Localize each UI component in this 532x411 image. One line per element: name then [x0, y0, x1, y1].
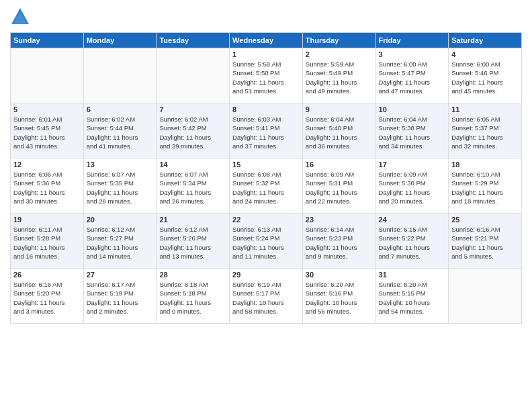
calendar-cell: 17Sunrise: 6:09 AM Sunset: 5:30 PM Dayli…	[375, 158, 449, 214]
calendar-cell: 22Sunrise: 6:13 AM Sunset: 5:24 PM Dayli…	[230, 214, 303, 269]
calendar-cell: 26Sunrise: 6:16 AM Sunset: 5:20 PM Dayli…	[11, 269, 84, 324]
day-number: 14	[159, 161, 226, 169]
day-number: 12	[13, 161, 81, 169]
calendar-cell: 19Sunrise: 6:11 AM Sunset: 5:28 PM Dayli…	[11, 214, 84, 269]
day-number: 19	[13, 216, 81, 224]
day-info: Sunrise: 6:02 AM Sunset: 5:44 PM Dayligh…	[87, 115, 154, 150]
day-number: 10	[379, 105, 446, 113]
day-number: 11	[451, 105, 519, 113]
day-info: Sunrise: 6:04 AM Sunset: 5:40 PM Dayligh…	[306, 115, 373, 150]
day-info: Sunrise: 6:08 AM Sunset: 5:32 PM Dayligh…	[232, 170, 300, 205]
day-info: Sunrise: 6:13 AM Sunset: 5:24 PM Dayligh…	[232, 225, 300, 261]
calendar-cell	[157, 48, 230, 103]
day-info: Sunrise: 6:15 AM Sunset: 5:22 PM Dayligh…	[379, 225, 446, 261]
calendar-cell	[83, 48, 157, 103]
day-number: 16	[306, 161, 373, 169]
calendar-cell: 21Sunrise: 6:12 AM Sunset: 5:26 PM Dayli…	[157, 214, 230, 269]
day-number: 9	[306, 105, 373, 113]
calendar-cell: 8Sunrise: 6:03 AM Sunset: 5:41 PM Daylig…	[230, 103, 303, 158]
header-day-sunday: Sunday	[11, 33, 84, 48]
day-info: Sunrise: 6:18 AM Sunset: 5:18 PM Dayligh…	[159, 280, 226, 316]
calendar-cell: 28Sunrise: 6:18 AM Sunset: 5:18 PM Dayli…	[157, 269, 230, 324]
day-number: 23	[306, 216, 373, 224]
day-info: Sunrise: 6:12 AM Sunset: 5:26 PM Dayligh…	[159, 225, 226, 261]
logo-icon	[10, 7, 30, 27]
calendar-cell: 23Sunrise: 6:14 AM Sunset: 5:23 PM Dayli…	[302, 214, 375, 269]
day-info: Sunrise: 6:17 AM Sunset: 5:19 PM Dayligh…	[87, 280, 154, 316]
calendar-cell: 7Sunrise: 6:02 AM Sunset: 5:42 PM Daylig…	[157, 103, 230, 158]
calendar-cell: 6Sunrise: 6:02 AM Sunset: 5:44 PM Daylig…	[83, 103, 157, 158]
header-day-friday: Friday	[375, 33, 449, 48]
calendar-cell: 13Sunrise: 6:07 AM Sunset: 5:35 PM Dayli…	[83, 158, 157, 214]
day-info: Sunrise: 6:14 AM Sunset: 5:23 PM Dayligh…	[306, 225, 373, 261]
day-info: Sunrise: 6:12 AM Sunset: 5:27 PM Dayligh…	[87, 225, 154, 261]
calendar-cell: 14Sunrise: 6:07 AM Sunset: 5:34 PM Dayli…	[157, 158, 230, 214]
day-info: Sunrise: 6:00 AM Sunset: 5:47 PM Dayligh…	[379, 60, 446, 95]
day-number: 5	[13, 105, 81, 113]
calendar-cell: 10Sunrise: 6:04 AM Sunset: 5:38 PM Dayli…	[375, 103, 449, 158]
calendar-cell: 20Sunrise: 6:12 AM Sunset: 5:27 PM Dayli…	[83, 214, 157, 269]
calendar-cell: 4Sunrise: 6:00 AM Sunset: 5:46 PM Daylig…	[449, 48, 522, 103]
header-day-thursday: Thursday	[302, 33, 375, 48]
calendar-table: SundayMondayTuesdayWednesdayThursdayFrid…	[10, 32, 522, 324]
week-row-5: 26Sunrise: 6:16 AM Sunset: 5:20 PM Dayli…	[11, 269, 522, 324]
calendar-cell	[11, 48, 84, 103]
day-info: Sunrise: 6:07 AM Sunset: 5:35 PM Dayligh…	[87, 170, 154, 205]
calendar-cell: 9Sunrise: 6:04 AM Sunset: 5:40 PM Daylig…	[302, 103, 375, 158]
calendar-cell: 5Sunrise: 6:01 AM Sunset: 5:45 PM Daylig…	[11, 103, 84, 158]
day-number: 6	[87, 105, 154, 113]
day-number: 13	[87, 161, 154, 169]
calendar-cell	[449, 269, 522, 324]
week-row-2: 5Sunrise: 6:01 AM Sunset: 5:45 PM Daylig…	[11, 103, 522, 158]
calendar-cell: 16Sunrise: 6:09 AM Sunset: 5:31 PM Dayli…	[302, 158, 375, 214]
day-number: 7	[159, 105, 226, 113]
calendar-cell: 12Sunrise: 6:06 AM Sunset: 5:36 PM Dayli…	[11, 158, 84, 214]
day-number: 31	[379, 271, 446, 279]
calendar-cell: 2Sunrise: 5:59 AM Sunset: 5:49 PM Daylig…	[302, 48, 375, 103]
calendar-cell: 29Sunrise: 6:19 AM Sunset: 5:17 PM Dayli…	[230, 269, 303, 324]
day-info: Sunrise: 6:20 AM Sunset: 5:16 PM Dayligh…	[306, 280, 373, 316]
calendar-cell: 11Sunrise: 6:05 AM Sunset: 5:37 PM Dayli…	[449, 103, 522, 158]
day-info: Sunrise: 6:07 AM Sunset: 5:34 PM Dayligh…	[159, 170, 226, 205]
day-info: Sunrise: 6:16 AM Sunset: 5:20 PM Dayligh…	[13, 280, 81, 316]
day-number: 1	[232, 50, 300, 58]
day-number: 30	[306, 271, 373, 279]
day-number: 18	[451, 161, 519, 169]
day-info: Sunrise: 6:16 AM Sunset: 5:21 PM Dayligh…	[451, 225, 519, 261]
calendar-cell: 25Sunrise: 6:16 AM Sunset: 5:21 PM Dayli…	[449, 214, 522, 269]
day-info: Sunrise: 6:10 AM Sunset: 5:29 PM Dayligh…	[451, 170, 519, 205]
calendar-cell: 27Sunrise: 6:17 AM Sunset: 5:19 PM Dayli…	[83, 269, 157, 324]
day-number: 17	[379, 161, 446, 169]
header-day-saturday: Saturday	[449, 33, 522, 48]
day-number: 28	[159, 271, 226, 279]
calendar-cell: 18Sunrise: 6:10 AM Sunset: 5:29 PM Dayli…	[449, 158, 522, 214]
calendar-cell: 30Sunrise: 6:20 AM Sunset: 5:16 PM Dayli…	[302, 269, 375, 324]
day-number: 21	[159, 216, 226, 224]
day-info: Sunrise: 5:59 AM Sunset: 5:49 PM Dayligh…	[306, 60, 373, 95]
day-info: Sunrise: 6:05 AM Sunset: 5:37 PM Dayligh…	[451, 115, 519, 150]
day-info: Sunrise: 6:02 AM Sunset: 5:42 PM Dayligh…	[159, 115, 226, 150]
week-row-4: 19Sunrise: 6:11 AM Sunset: 5:28 PM Dayli…	[11, 214, 522, 269]
week-row-3: 12Sunrise: 6:06 AM Sunset: 5:36 PM Dayli…	[11, 158, 522, 214]
day-number: 29	[232, 271, 300, 279]
day-number: 22	[232, 216, 300, 224]
week-row-1: 1Sunrise: 5:58 AM Sunset: 5:50 PM Daylig…	[11, 48, 522, 103]
day-info: Sunrise: 6:01 AM Sunset: 5:45 PM Dayligh…	[13, 115, 81, 150]
day-info: Sunrise: 6:04 AM Sunset: 5:38 PM Dayligh…	[379, 115, 446, 150]
day-number: 25	[451, 216, 519, 224]
day-info: Sunrise: 6:09 AM Sunset: 5:30 PM Dayligh…	[379, 170, 446, 205]
day-info: Sunrise: 6:06 AM Sunset: 5:36 PM Dayligh…	[13, 170, 81, 205]
logo	[10, 7, 33, 27]
day-number: 15	[232, 161, 300, 169]
day-number: 24	[379, 216, 446, 224]
day-number: 3	[379, 50, 446, 58]
day-number: 8	[232, 105, 300, 113]
day-info: Sunrise: 6:19 AM Sunset: 5:17 PM Dayligh…	[232, 280, 300, 316]
day-number: 20	[87, 216, 154, 224]
calendar-cell: 15Sunrise: 6:08 AM Sunset: 5:32 PM Dayli…	[230, 158, 303, 214]
header-row: SundayMondayTuesdayWednesdayThursdayFrid…	[11, 33, 522, 48]
calendar-cell: 1Sunrise: 5:58 AM Sunset: 5:50 PM Daylig…	[230, 48, 303, 103]
header-day-wednesday: Wednesday	[230, 33, 303, 48]
day-info: Sunrise: 6:03 AM Sunset: 5:41 PM Dayligh…	[232, 115, 300, 150]
calendar-cell: 3Sunrise: 6:00 AM Sunset: 5:47 PM Daylig…	[375, 48, 449, 103]
